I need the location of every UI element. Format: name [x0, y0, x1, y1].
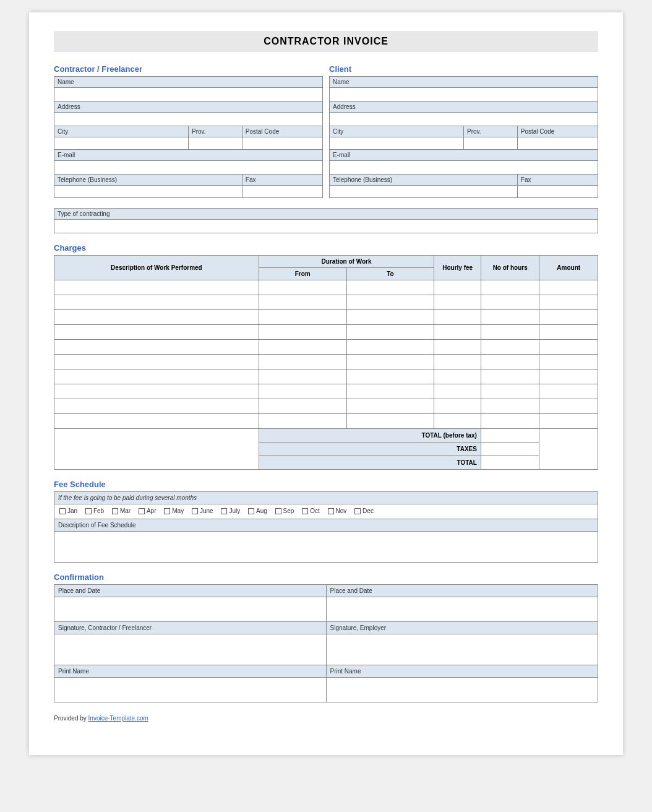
- contractor-postal-label: Postal Code: [242, 126, 322, 137]
- client-tel-value[interactable]: [330, 186, 518, 198]
- contractor-prov-value[interactable]: [189, 137, 242, 150]
- client-name-value[interactable]: [330, 88, 598, 102]
- col-duration: Duration of Work: [259, 256, 434, 268]
- fee-desc-value[interactable]: [54, 531, 598, 562]
- charges-header: Charges: [54, 243, 598, 253]
- col-hours: No of hours: [481, 256, 539, 280]
- checkbox-july[interactable]: [221, 508, 227, 514]
- month-may[interactable]: May: [164, 508, 184, 514]
- client-address-label: Address: [330, 102, 598, 113]
- client-city-value[interactable]: [330, 137, 464, 150]
- fee-note: If the fee is going to be paid during se…: [54, 492, 598, 504]
- footer: Provided by Invoice-Template.com: [54, 715, 598, 722]
- month-aug[interactable]: Aug: [248, 508, 267, 514]
- checkbox-apr[interactable]: [139, 508, 145, 514]
- months-row: Jan Feb Mar Apr May June July Aug Sep Oc…: [54, 504, 598, 519]
- checkbox-jan[interactable]: [59, 508, 66, 514]
- month-sep[interactable]: Sep: [275, 508, 294, 514]
- contractor-email-value[interactable]: [54, 161, 323, 175]
- contractor-prov-label: Prov.: [189, 126, 242, 137]
- page-title: CONTRACTOR INVOICE: [54, 31, 598, 52]
- month-mar[interactable]: Mar: [112, 508, 131, 514]
- table-row[interactable]: [54, 369, 598, 384]
- total-label: TOTAL: [259, 456, 481, 470]
- table-row[interactable]: [54, 414, 598, 429]
- client-fax-value[interactable]: [517, 186, 598, 198]
- client-email-label: E-mail: [330, 150, 598, 161]
- taxes-label: TAXES: [259, 443, 481, 456]
- table-row[interactable]: [54, 325, 598, 340]
- checkbox-dec[interactable]: [354, 508, 361, 514]
- client-fax-label: Fax: [517, 175, 598, 186]
- checkbox-june[interactable]: [192, 508, 198, 514]
- month-apr[interactable]: Apr: [139, 508, 157, 514]
- checkbox-nov[interactable]: [328, 508, 334, 514]
- confirm-print-right-label: Print Name: [326, 665, 598, 677]
- table-row[interactable]: [54, 295, 598, 310]
- checkbox-mar[interactable]: [112, 508, 118, 514]
- contractor-name-value[interactable]: [54, 88, 323, 102]
- client-prov-label: Prov.: [464, 126, 518, 137]
- col-hourly: Hourly fee: [434, 256, 481, 280]
- type-contracting-value[interactable]: [54, 220, 598, 233]
- confirm-signature-left-label: Signature, Contractor / Freelancer: [54, 621, 327, 634]
- table-row[interactable]: [54, 399, 598, 414]
- client-postal-value[interactable]: [517, 137, 598, 150]
- month-dec[interactable]: Dec: [354, 508, 374, 514]
- client-name-label: Name: [330, 77, 598, 88]
- contractor-fax-label: Fax: [242, 175, 322, 186]
- client-city-label: City: [330, 126, 464, 137]
- contractor-fax-value[interactable]: [242, 186, 322, 198]
- confirm-print-right-value[interactable]: [326, 677, 598, 702]
- checkbox-sep[interactable]: [275, 508, 281, 514]
- month-feb[interactable]: Feb: [85, 508, 104, 514]
- contractor-city-value[interactable]: [54, 137, 189, 150]
- confirmation-header: Confirmation: [54, 572, 598, 582]
- fee-desc-label: Description of Fee Schedule: [54, 519, 598, 531]
- confirm-place-date-left-label: Place and Date: [54, 584, 327, 597]
- confirm-print-left-value[interactable]: [54, 677, 327, 702]
- fee-schedule-header: Fee Schedule: [54, 480, 598, 489]
- contractor-postal-value[interactable]: [242, 137, 322, 150]
- footer-link[interactable]: Invoice-Template.com: [88, 715, 148, 722]
- table-row[interactable]: [54, 280, 598, 295]
- col-description: Description of Work Performed: [54, 256, 259, 280]
- confirm-signature-left-value[interactable]: [54, 634, 327, 665]
- table-row[interactable]: [54, 384, 598, 399]
- table-row[interactable]: [54, 310, 598, 325]
- confirm-place-date-right-label: Place and Date: [326, 584, 598, 597]
- client-prov-value[interactable]: [464, 137, 518, 150]
- contractor-tel-value[interactable]: [54, 186, 242, 198]
- checkbox-aug[interactable]: [248, 508, 254, 514]
- month-june[interactable]: June: [192, 508, 213, 514]
- checkbox-feb[interactable]: [85, 508, 92, 514]
- total-value[interactable]: [481, 456, 539, 470]
- total-before-tax-label: TOTAL (before tax): [259, 429, 481, 443]
- col-to: To: [346, 268, 434, 280]
- table-row[interactable]: [54, 340, 598, 355]
- table-row[interactable]: [54, 355, 598, 369]
- client-tel-label: Telephone (Business): [330, 175, 518, 186]
- month-oct[interactable]: Oct: [302, 508, 320, 514]
- month-july[interactable]: July: [221, 508, 240, 514]
- client-email-value[interactable]: [330, 161, 598, 175]
- checkbox-oct[interactable]: [302, 508, 308, 514]
- month-nov[interactable]: Nov: [328, 508, 347, 514]
- month-jan[interactable]: Jan: [59, 508, 77, 514]
- client-header: Client: [329, 64, 598, 74]
- contractor-tel-label: Telephone (Business): [54, 175, 242, 186]
- confirm-print-left-label: Print Name: [54, 665, 327, 677]
- total-before-tax-value[interactable]: [481, 429, 539, 443]
- confirm-signature-right-value[interactable]: [326, 634, 598, 665]
- taxes-value[interactable]: [481, 443, 539, 456]
- type-contracting-label: Type of contracting: [54, 209, 598, 220]
- contractor-city-label: City: [54, 126, 189, 137]
- confirm-place-date-left-value[interactable]: [54, 597, 327, 621]
- contractor-address-value[interactable]: [54, 113, 323, 126]
- contractor-header: Contractor / Freelancer: [54, 64, 323, 74]
- contractor-email-label: E-mail: [54, 150, 323, 161]
- checkbox-may[interactable]: [164, 508, 170, 514]
- client-address-value[interactable]: [330, 113, 598, 126]
- col-from: From: [259, 268, 346, 280]
- confirm-place-date-right-value[interactable]: [326, 597, 598, 621]
